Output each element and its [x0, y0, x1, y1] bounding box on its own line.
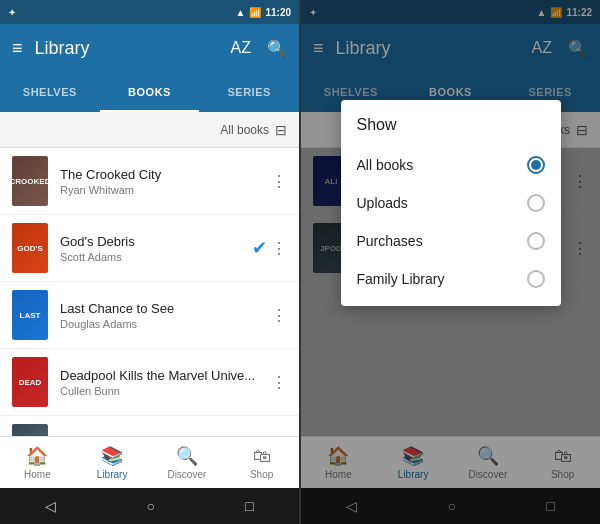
more-icon-3[interactable]: ⋮: [271, 373, 287, 392]
nav-discover-left[interactable]: 🔍 Discover: [150, 445, 225, 480]
tab-books-left[interactable]: BOOKS: [100, 72, 200, 112]
book-actions-3: ⋮: [271, 373, 287, 392]
bottom-nav-left: 🏠 Home 📚 Library 🔍 Discover 🛍 Shop: [0, 436, 299, 488]
dialog-option-uploads-label: Uploads: [357, 195, 527, 211]
android-nav-left: ◁ ○ □: [0, 488, 299, 524]
tabs-left: SHELVES BOOKS SERIES: [0, 72, 299, 112]
filter-icon-left[interactable]: ⊟: [275, 122, 287, 138]
tab-shelves-left[interactable]: SHELVES: [0, 72, 100, 112]
radio-uploads[interactable]: [527, 194, 545, 212]
status-bar-left-icons: ✦: [8, 7, 16, 18]
show-dialog: Show All books Uploads Purchases Family …: [341, 100, 561, 306]
search-icon-left[interactable]: 🔍: [267, 39, 287, 58]
book-actions-1: ✔ ⋮: [252, 237, 287, 259]
status-bar-right-section: ▲ 📶 11:20: [236, 7, 291, 18]
app-bar-actions-left: AZ 🔍: [231, 39, 287, 58]
tab-series-left[interactable]: SERIES: [199, 72, 299, 112]
book-item-3[interactable]: DEAD Deadpool Kills the Marvel Unive... …: [0, 349, 299, 416]
time-left: 11:20: [265, 7, 291, 18]
home-icon-left: 🏠: [26, 445, 48, 467]
book-cover-1: GOD'S: [12, 223, 48, 273]
radio-inner-all-books: [531, 160, 541, 170]
book-info-1: God's Debris Scott Adams: [60, 234, 252, 263]
nav-library-label-left: Library: [97, 469, 128, 480]
book-info-2: Last Chance to See Douglas Adams: [60, 301, 271, 330]
back-button-left[interactable]: ◁: [45, 498, 56, 514]
radio-purchases[interactable]: [527, 232, 545, 250]
nav-library-left[interactable]: 📚 Library: [75, 445, 150, 480]
dialog-option-uploads[interactable]: Uploads: [341, 184, 561, 222]
dialog-option-family-library[interactable]: Family Library: [341, 260, 561, 298]
book-title-3: Deadpool Kills the Marvel Unive...: [60, 368, 271, 383]
recents-button-left[interactable]: □: [245, 498, 253, 514]
discover-icon-left: 🔍: [176, 445, 198, 467]
hamburger-icon-left[interactable]: ≡: [12, 38, 23, 59]
status-bar-left: ✦ ▲ 📶 11:20: [0, 0, 299, 24]
signal-icon: 📶: [249, 7, 261, 18]
filter-text-left: All books: [220, 123, 269, 137]
book-title-0: The Crooked City: [60, 167, 271, 182]
dialog-option-family-library-label: Family Library: [357, 271, 527, 287]
radio-family-library[interactable]: [527, 270, 545, 288]
more-icon-0[interactable]: ⋮: [271, 172, 287, 191]
wifi-icon: ▲: [236, 7, 246, 18]
nav-shop-left[interactable]: 🛍 Shop: [224, 446, 299, 480]
book-author-1: Scott Adams: [60, 251, 252, 263]
book-author-3: Cullen Bunn: [60, 385, 271, 397]
shop-icon-left: 🛍: [253, 446, 271, 467]
book-cover-0: CROOKED: [12, 156, 48, 206]
app-title-left: Library: [35, 38, 231, 59]
nav-home-label-left: Home: [24, 469, 51, 480]
book-item-4[interactable]: JPOD JPod Douglas Coupland ⋮: [0, 416, 299, 436]
book-cover-2: LAST: [12, 290, 48, 340]
radio-all-books[interactable]: [527, 156, 545, 174]
nav-shop-label-left: Shop: [250, 469, 273, 480]
more-icon-1[interactable]: ⋮: [271, 239, 287, 258]
book-item-2[interactable]: LAST Last Chance to See Douglas Adams ⋮: [0, 282, 299, 349]
book-author-0: Ryan Whitwam: [60, 184, 271, 196]
bluetooth-icon: ✦: [8, 7, 16, 18]
nav-discover-label-left: Discover: [167, 469, 206, 480]
book-info-3: Deadpool Kills the Marvel Unive... Culle…: [60, 368, 271, 397]
dialog-option-all-books-label: All books: [357, 157, 527, 173]
app-bar-left: ≡ Library AZ 🔍: [0, 24, 299, 72]
az-sort-icon-left[interactable]: AZ: [231, 39, 251, 57]
home-button-left[interactable]: ○: [147, 498, 155, 514]
nav-home-left[interactable]: 🏠 Home: [0, 445, 75, 480]
library-icon-left: 📚: [101, 445, 123, 467]
left-screen: ✦ ▲ 📶 11:20 ≡ Library AZ 🔍 SHELVES BOOKS…: [0, 0, 299, 524]
book-info-0: The Crooked City Ryan Whitwam: [60, 167, 271, 196]
book-title-1: God's Debris: [60, 234, 252, 249]
book-cover-3: DEAD: [12, 357, 48, 407]
dialog-option-all-books[interactable]: All books: [341, 146, 561, 184]
dialog-title: Show: [341, 116, 561, 146]
book-list-left: CROOKED The Crooked City Ryan Whitwam ⋮ …: [0, 148, 299, 436]
dialog-option-purchases-label: Purchases: [357, 233, 527, 249]
book-cover-4: JPOD: [12, 424, 48, 436]
book-actions-0: ⋮: [271, 172, 287, 191]
check-icon-1: ✔: [252, 237, 267, 259]
right-screen: ✦ ▲ 📶 11:22 ≡ Library AZ 🔍 SHELVES BOOKS…: [301, 0, 600, 524]
dialog-option-purchases[interactable]: Purchases: [341, 222, 561, 260]
filter-bar-left: All books ⊟: [0, 112, 299, 148]
book-title-2: Last Chance to See: [60, 301, 271, 316]
book-item-1[interactable]: GOD'S God's Debris Scott Adams ✔ ⋮: [0, 215, 299, 282]
dialog-overlay[interactable]: Show All books Uploads Purchases Family …: [301, 0, 600, 524]
book-actions-2: ⋮: [271, 306, 287, 325]
book-item-0[interactable]: CROOKED The Crooked City Ryan Whitwam ⋮: [0, 148, 299, 215]
book-author-2: Douglas Adams: [60, 318, 271, 330]
more-icon-2[interactable]: ⋮: [271, 306, 287, 325]
